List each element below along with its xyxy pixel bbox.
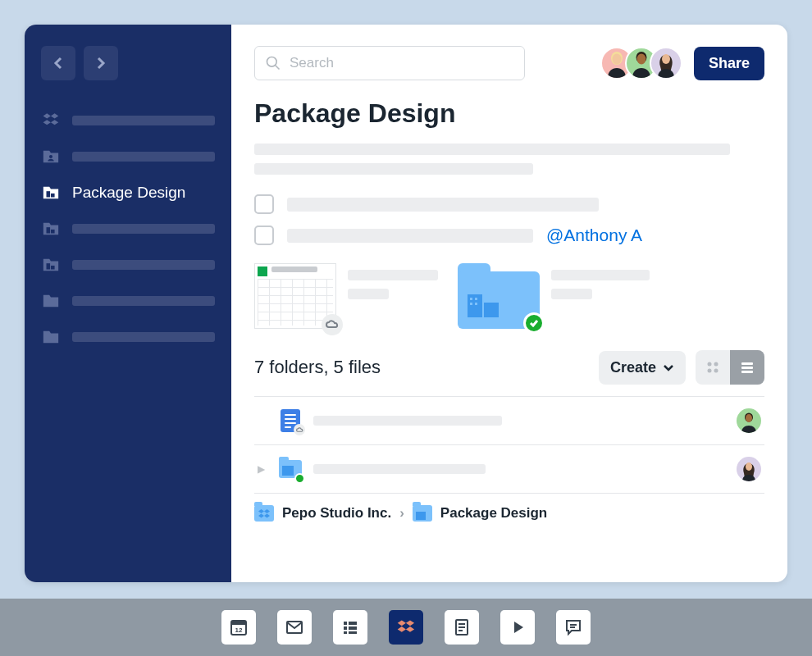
checkbox[interactable] [254,194,274,214]
mention[interactable]: @Anthony A [546,226,642,245]
search-placeholder: Search [290,55,334,71]
svg-rect-18 [470,303,472,305]
card-spreadsheet[interactable] [254,263,438,329]
breadcrumb-root[interactable]: Pepo Studio Inc. [282,505,391,522]
file-name-placeholder [313,464,486,474]
chevron-left-icon [52,57,65,70]
card-subtitle-placeholder [551,289,592,299]
main-content: Search Share Package Design [231,25,787,582]
back-button[interactable] [41,46,75,80]
folder-icon [41,291,61,311]
svg-rect-15 [484,303,499,317]
svg-point-28 [746,414,752,422]
calendar-icon: 12 [229,617,249,637]
card-folder[interactable] [458,263,650,329]
chevron-down-icon [663,363,674,371]
breadcrumb-current[interactable]: Package Design [440,505,547,522]
toolbar: Search Share [254,46,764,80]
folder-icon [41,327,61,347]
search-icon [265,55,281,71]
folder-summary-row: 7 folders, 5 files Create [254,350,764,385]
taskbar-calendar[interactable]: 12 [221,610,256,645]
sidebar-item-building-2[interactable] [41,253,215,277]
sidebar: Package Design [25,25,231,582]
svg-rect-5 [47,263,51,269]
create-label: Create [610,359,656,376]
taskbar-mail[interactable] [277,610,312,645]
sidebar-item-package-design[interactable]: Package Design [41,180,215,205]
building-folder-icon [41,219,61,239]
file-row-document[interactable] [254,397,764,445]
svg-rect-24 [741,362,753,365]
breadcrumb-root-folder-icon [254,505,274,522]
description-placeholder [254,144,730,155]
sidebar-item-label-placeholder [72,224,215,234]
nav-arrows [41,46,215,80]
row-avatar[interactable] [737,408,761,433]
svg-rect-2 [51,194,55,198]
svg-point-29 [746,462,752,471]
list-icon [739,359,755,376]
breadcrumb-folder-icon [413,505,432,522]
taskbar-doc[interactable] [445,610,479,645]
app-window: Package Design [25,25,787,582]
sidebar-item-folder-1[interactable] [41,289,215,313]
taskbar-play[interactable] [500,610,535,645]
sidebar-item-label-placeholder [72,152,215,162]
list-view-button[interactable] [730,350,764,385]
grid-icon [705,359,721,376]
sidebar-item-folder-2[interactable] [41,325,215,349]
checkbox[interactable] [254,226,274,245]
svg-point-22 [708,369,712,373]
document-icon [452,617,472,637]
document-icon [279,409,302,432]
taskbar-dropbox[interactable] [389,610,423,645]
mail-icon [285,617,304,637]
page-title: Package Design [254,98,764,129]
taskbar-list[interactable] [333,610,367,645]
svg-rect-37 [349,626,357,630]
folder-thumbnail [458,263,540,329]
task-text-placeholder [287,229,533,243]
folder-icon [279,458,302,481]
person-folder-icon [41,147,61,166]
taskbar: 12 [0,599,812,656]
play-icon [508,617,527,637]
suggested-cards [254,263,764,329]
cloud-sync-icon [322,314,343,335]
svg-rect-39 [349,631,357,634]
svg-rect-38 [344,631,347,634]
svg-point-23 [714,369,718,373]
collaborator-avatars [600,47,682,80]
sidebar-item-label-placeholder [72,332,215,342]
svg-rect-31 [231,621,246,625]
expand-caret[interactable]: ▶ [258,463,267,475]
avatar[interactable] [650,47,682,80]
svg-point-0 [49,155,52,158]
file-row-folder[interactable]: ▶ [254,445,764,494]
spreadsheet-thumbnail [254,263,336,329]
grid-view-button[interactable] [696,350,730,385]
file-name-placeholder [313,416,502,426]
synced-check-icon [523,312,545,334]
forward-button[interactable] [84,46,118,80]
svg-rect-16 [470,298,472,300]
svg-text:12: 12 [235,626,243,634]
task-row: @Anthony A [254,226,764,245]
sidebar-item-label-placeholder [72,296,215,306]
create-button[interactable]: Create [599,351,686,385]
svg-point-20 [708,362,712,367]
svg-marker-44 [514,622,523,633]
taskbar-chat[interactable] [556,610,591,645]
sidebar-item-dropbox[interactable] [41,108,215,133]
sidebar-item-shared[interactable] [41,144,215,169]
row-avatar[interactable] [737,457,761,481]
sidebar-item-label-placeholder [72,116,215,125]
sidebar-item-building-1[interactable] [41,216,215,241]
chevron-right-icon [94,57,107,70]
svg-rect-6 [51,266,55,270]
share-button[interactable]: Share [694,47,764,80]
svg-rect-35 [349,622,357,625]
svg-rect-17 [475,298,477,300]
search-input[interactable]: Search [254,46,525,80]
